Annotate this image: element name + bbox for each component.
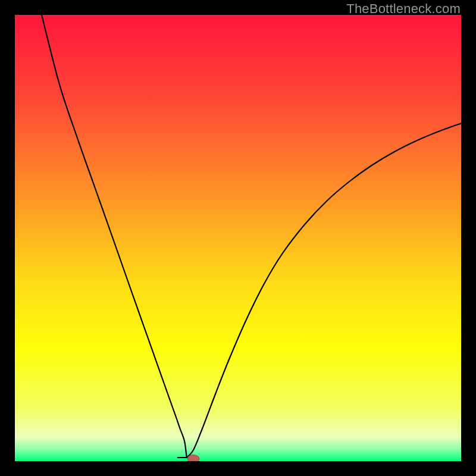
gradient-background: [15, 15, 461, 461]
optimum-marker: [187, 455, 199, 462]
watermark-text: TheBottleneck.com: [346, 1, 461, 17]
chart-plot: [15, 15, 461, 461]
chart-frame: [15, 15, 461, 461]
